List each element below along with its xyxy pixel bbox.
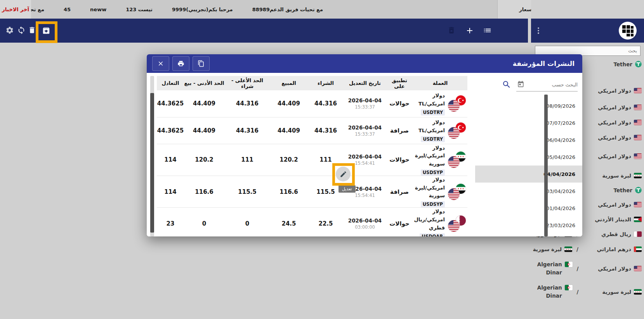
parity-cell: 44.3625 (157, 117, 184, 144)
kebab-menu-icon[interactable] (534, 26, 543, 36)
parity-cell: 44.3625 (157, 90, 184, 117)
currency-pair-row[interactable]: دولار امريكي/ (572, 119, 642, 126)
currency-pair-row[interactable]: دولار امريكي/ (572, 134, 642, 141)
algeria-flag-icon (565, 262, 573, 267)
us-flag-icon (448, 188, 460, 200)
currency-pair-flags (447, 122, 466, 139)
max-buy-cell: 44.316 (224, 117, 270, 144)
date-item[interactable]: 07/07/2026 (475, 114, 582, 131)
us-flag-icon (634, 105, 642, 110)
currency-pair-flags (447, 184, 466, 200)
copy-button[interactable] (193, 56, 210, 71)
pair-right-name: دولار امريكي (598, 153, 631, 159)
edit-tooltip: تعديل (338, 185, 356, 193)
currency-pair-row[interactable]: الدينار الأردني/ (572, 216, 642, 222)
currency-pair-row[interactable]: دولار امريكي/ (572, 88, 642, 94)
dates-scrollbar-thumb[interactable] (544, 95, 548, 236)
us-flag-icon (634, 153, 642, 159)
sidebar-header (531, 19, 644, 43)
table-scrollbar-thumb[interactable] (150, 93, 154, 233)
apply-to-cell: صرافة (386, 117, 413, 144)
currency-name: دولار امريكي/ليرة سورية (413, 144, 445, 168)
date-item-selected[interactable]: 04/04/2026 (475, 166, 582, 183)
pair-right-name: دولار امريكي (598, 88, 631, 94)
ticker-item: neww (90, 7, 106, 12)
pair-right-name: دولار امريكي (598, 202, 631, 208)
pair-right-name: درهم اماراتي (597, 246, 631, 252)
tether-flag-icon (635, 187, 642, 193)
max-buy-cell: 44.316 (224, 90, 270, 117)
gear-icon[interactable] (5, 26, 15, 35)
column-header: التعادل (157, 76, 184, 90)
syria-flag-icon (634, 289, 642, 295)
date-search-input[interactable] (528, 79, 578, 90)
max-buy-cell: 0 (224, 208, 270, 236)
min-sell-cell: 116.6 (184, 176, 224, 207)
jordan-flag-icon (634, 217, 642, 222)
plus-icon[interactable] (465, 26, 474, 35)
currency-pair-row[interactable]: ليرة سورية/ (572, 172, 642, 179)
max-buy-cell: 115.5 (224, 176, 270, 207)
ticker-item: 45 (64, 7, 71, 12)
ticker-item: تيست 123 (126, 7, 153, 12)
currency-pair-row[interactable]: دولار امريكي/ (572, 202, 642, 208)
buy-cell: 44.316 (307, 90, 344, 117)
pair-right-name: ليرة سورية (602, 172, 631, 179)
print-button[interactable] (172, 56, 189, 71)
pair-separator: / (577, 266, 579, 272)
calendar-icon[interactable] (517, 81, 524, 88)
currency-pair-flags (447, 95, 466, 112)
pair-right-name: دولار امريكي (598, 104, 631, 110)
date-search-field[interactable] (516, 76, 578, 91)
modified-time: 15:33:37 (344, 104, 386, 110)
list-view-icon[interactable] (483, 26, 492, 35)
currency-pair-row[interactable]: دولار امريكي/Algerian Dinar (531, 260, 642, 277)
currency-pair-row[interactable]: دولار امريكي/ (572, 104, 642, 110)
syria-flag-icon (634, 173, 642, 178)
delete-forever-icon[interactable] (447, 26, 457, 35)
date-item[interactable]: 01/04/2026 (475, 200, 582, 217)
currency-pair-flags (447, 152, 466, 168)
close-button[interactable] (152, 56, 169, 71)
rate-row: دولار امريكي/ليرة سوريةUSDSYPحوالات2026-… (157, 144, 467, 176)
apply-to-cell: صرافة (386, 176, 413, 207)
tether-flag-icon (635, 61, 642, 67)
currency-pair-flags (447, 216, 466, 232)
refresh-icon[interactable] (17, 26, 26, 35)
search-icon[interactable] (502, 80, 511, 89)
min-sell-cell: 120.2 (184, 144, 224, 176)
date-item[interactable]: 06/04/2026 (475, 131, 582, 148)
currency-name: دولار امريكي/ليرة سورية (413, 176, 445, 200)
apply-to-cell: حوالات (386, 144, 413, 176)
us-flag-icon (634, 266, 642, 271)
currency-pair-row[interactable]: Tether/ (572, 61, 642, 67)
currency-pair-row[interactable]: درهم اماراتي/ليرة سورية (533, 245, 642, 253)
currency-code: USDSYP (421, 169, 445, 176)
sell-cell: 24.5 (270, 208, 307, 236)
date-item[interactable]: 23/03/2026 (475, 217, 582, 234)
us-flag-icon (448, 100, 460, 112)
qatar-flag-icon (634, 231, 642, 237)
currency-pair-row[interactable]: دولار امريكي/ (572, 153, 642, 159)
modified-time: 03:00:00 (344, 224, 386, 230)
us-flag-icon (448, 220, 460, 232)
date-item[interactable]: 08/09/2026 (475, 97, 582, 114)
date-item[interactable]: 03/04/2026 (475, 183, 582, 200)
modal-header: النشرات المؤرشفة (147, 54, 582, 73)
currency-code: USDSYP (421, 201, 445, 207)
modified-time: 15:54:41 (344, 193, 386, 198)
currency-name: دولار امريكي/TL (413, 119, 445, 135)
modified-time: 15:33:37 (344, 131, 386, 137)
us-flag-icon (634, 202, 642, 207)
column-header: المبيع (270, 76, 307, 90)
ticker-item: مع تحيات مركز الدعم الفني - فرع حلب**101… (31, 7, 44, 12)
max-buy-cell: 111 (224, 144, 270, 176)
pair-separator: / (576, 246, 578, 252)
us-flag-icon (448, 127, 460, 139)
pair-left-name: ليرة سورية (533, 245, 562, 253)
apply-to-cell: حوالات (386, 90, 413, 117)
currency-code: USDTRY (421, 136, 445, 142)
currency-pair-row[interactable]: ليرة سورية/Algerian Dinar (531, 284, 642, 300)
date-item[interactable]: 05/04/2026 (475, 148, 582, 166)
currency-pair-row[interactable]: Tether/ (572, 187, 642, 193)
